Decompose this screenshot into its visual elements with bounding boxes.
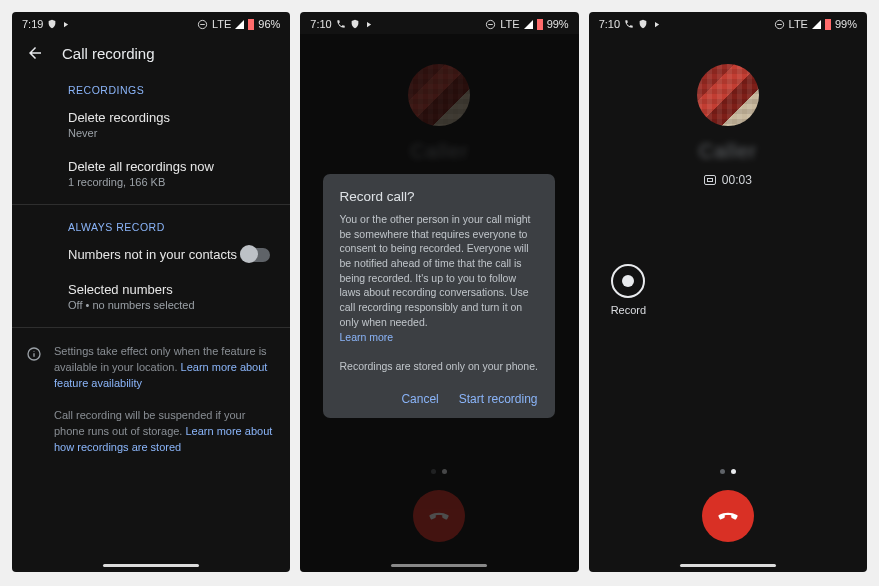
network-label: LTE — [212, 18, 231, 30]
screen-settings: 7:19 LTE 96% Call recording RECORDINGS D… — [12, 12, 290, 572]
setting-sub: Off • no numbers selected — [68, 299, 272, 311]
status-bar: 7:10 LTE 99% — [300, 12, 578, 34]
status-icon — [350, 19, 360, 29]
battery-label: 96% — [258, 18, 280, 30]
info-icon — [26, 346, 42, 362]
page-dot-active — [731, 469, 736, 474]
dialog-backdrop: Record call? You or the other person in … — [300, 34, 578, 572]
setting-delete-recordings[interactable]: Delete recordings Never — [12, 100, 290, 149]
home-indicator[interactable] — [680, 564, 776, 567]
dnd-icon — [485, 19, 496, 30]
record-button-group[interactable]: Record — [611, 264, 646, 316]
dialog-title: Record call? — [339, 189, 539, 204]
play-icon — [652, 20, 661, 29]
status-bar: 7:19 LTE 96% — [12, 12, 290, 34]
call-in-icon — [624, 19, 634, 29]
signal-icon — [235, 20, 244, 29]
setting-not-in-contacts[interactable]: Numbers not in your contacts — [12, 237, 290, 272]
signal-icon — [524, 20, 533, 29]
call-timer: 00:03 — [722, 173, 752, 187]
network-label: LTE — [500, 18, 519, 30]
caller-name — [699, 140, 757, 163]
status-time: 7:10 — [599, 18, 620, 30]
hangup-icon — [715, 503, 741, 529]
page-dot — [720, 469, 725, 474]
setting-title: Selected numbers — [68, 282, 272, 297]
dnd-icon — [197, 19, 208, 30]
end-call-button[interactable] — [702, 490, 754, 542]
toggle-off[interactable] — [240, 248, 270, 262]
status-time: 7:10 — [310, 18, 331, 30]
status-bar: 7:10 LTE 99% — [589, 12, 867, 34]
dialog-body: You or the other person in your call mig… — [339, 213, 530, 328]
start-recording-button[interactable]: Start recording — [459, 392, 538, 406]
cancel-button[interactable]: Cancel — [401, 392, 438, 406]
call-screen: 00:08 Record call? You or the other pers… — [300, 34, 578, 572]
setting-delete-all-now[interactable]: Delete all recordings now 1 recording, 1… — [12, 149, 290, 198]
call-screen: 00:03 Record — [589, 34, 867, 572]
dialog-storage-note: Recordings are stored only on your phone… — [339, 360, 537, 372]
avatar — [697, 64, 759, 126]
info-block: Settings take effect only when the featu… — [12, 334, 290, 460]
network-label: LTE — [789, 18, 808, 30]
page-indicator[interactable] — [720, 469, 736, 474]
status-time: 7:19 — [22, 18, 43, 30]
screen-incall-record: 7:10 LTE 99% 00:03 Record — [589, 12, 867, 572]
screen-recording-dialog: 7:10 LTE 99% 00:08 Record call? You or t… — [300, 12, 578, 572]
back-icon[interactable] — [26, 44, 44, 62]
play-icon — [364, 20, 373, 29]
setting-sub: 1 recording, 166 KB — [68, 176, 272, 188]
setting-selected-numbers[interactable]: Selected numbers Off • no numbers select… — [12, 272, 290, 321]
dialog-learn-more-link[interactable]: Learn more — [339, 331, 393, 343]
battery-label: 99% — [835, 18, 857, 30]
battery-icon — [248, 19, 254, 30]
call-in-icon — [336, 19, 346, 29]
setting-title: Delete recordings — [68, 110, 272, 125]
status-icon — [47, 19, 57, 29]
divider — [12, 204, 290, 205]
battery-icon — [537, 19, 543, 30]
sim-icon — [704, 175, 716, 185]
record-confirm-dialog: Record call? You or the other person in … — [323, 174, 555, 418]
signal-icon — [812, 20, 821, 29]
page-title: Call recording — [62, 45, 155, 62]
setting-sub: Never — [68, 127, 272, 139]
record-icon[interactable] — [611, 264, 645, 298]
battery-label: 99% — [547, 18, 569, 30]
record-label: Record — [611, 304, 646, 316]
home-indicator[interactable] — [103, 564, 199, 567]
setting-title: Numbers not in your contacts — [68, 247, 237, 262]
section-recordings-label: RECORDINGS — [12, 74, 290, 100]
setting-title: Delete all recordings now — [68, 159, 272, 174]
battery-icon — [825, 19, 831, 30]
section-always-label: ALWAYS RECORD — [12, 211, 290, 237]
play-icon — [61, 20, 70, 29]
dnd-icon — [774, 19, 785, 30]
divider — [12, 327, 290, 328]
status-icon — [638, 19, 648, 29]
svg-point-4 — [33, 351, 34, 352]
